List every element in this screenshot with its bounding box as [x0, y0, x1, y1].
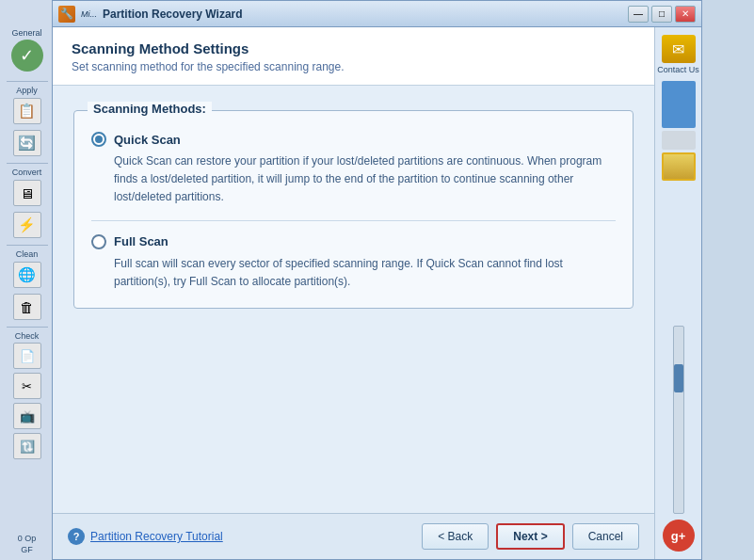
mail-button[interactable]: ✉	[662, 35, 696, 63]
sidebar-section-general: General ✓	[11, 28, 43, 72]
window-title: Partition Recovery Wizard	[103, 8, 628, 21]
quick-scan-label-row: Quick Scan	[91, 132, 616, 147]
sidebar-icon-globe[interactable]: 🌐	[13, 262, 41, 288]
sidebar-label-convert: Convert	[12, 168, 42, 177]
quick-scan-option: Quick Scan Quick Scan can restore your p…	[91, 132, 616, 207]
title-bar: 🔧 Mi... Partition Recovery Wizard — □ ✕	[53, 1, 701, 27]
quick-scan-description: Quick Scan can restore your partition if…	[114, 152, 616, 207]
divider-1	[7, 81, 48, 82]
sidebar-icon-monitor[interactable]: 📺	[13, 403, 41, 429]
option-divider	[91, 220, 616, 221]
sidebar-gf-label: GF	[21, 545, 33, 554]
footer-left: ? Partition Recovery Tutorial	[68, 528, 223, 545]
sidebar-label-apply: Apply	[16, 86, 38, 95]
dialog-header-subtitle: Set scanning method for the specified sc…	[72, 60, 635, 73]
sidebar-icon-sync[interactable]: 🔃	[13, 433, 41, 459]
scanning-methods-group: Scanning Methods: Quick Scan Quick Scan …	[73, 110, 634, 309]
sidebar-icon-screen[interactable]: 🖥	[13, 180, 41, 206]
help-icon[interactable]: ?	[68, 528, 85, 545]
sidebar-icon-lightning[interactable]: ⚡	[13, 212, 41, 238]
main-window: 🔧 Mi... Partition Recovery Wizard — □ ✕ …	[52, 0, 702, 560]
window-controls: — □ ✕	[628, 6, 696, 23]
next-button[interactable]: Next >	[496, 523, 564, 550]
left-sidebar: General ✓ Apply 📋 🔄 Convert 🖥 ⚡ Clean 🌐 …	[0, 0, 55, 560]
dialog-header-title: Scanning Method Settings	[72, 40, 635, 56]
help-link[interactable]: Partition Recovery Tutorial	[90, 530, 223, 543]
close-button[interactable]: ✕	[675, 6, 696, 23]
full-scan-radio[interactable]	[91, 234, 106, 249]
restore-button[interactable]: □	[651, 6, 672, 23]
window-icon: 🔧	[58, 6, 75, 23]
dialog-body: Scanning Methods: Quick Scan Quick Scan …	[53, 86, 654, 513]
quick-scan-label: Quick Scan	[114, 133, 181, 147]
sidebar-label-clean: Clean	[16, 249, 39, 259]
divider-2	[7, 163, 48, 164]
divider-3	[7, 245, 48, 246]
full-scan-label-row: Full Scan	[91, 234, 616, 249]
full-scan-description: Full scan will scan every sector of spec…	[114, 255, 616, 291]
rp-bar-gray	[662, 131, 696, 150]
dialog-footer: ? Partition Recovery Tutorial < Back Nex…	[53, 513, 654, 559]
right-panel: ✉ Contact Us g+	[654, 27, 701, 559]
sidebar-check-icon[interactable]: ✓	[11, 40, 43, 72]
divider-4	[7, 327, 48, 328]
app-prefix: Mi...	[81, 9, 97, 19]
full-scan-label: Full Scan	[114, 234, 168, 248]
group-legend: Scanning Methods:	[88, 102, 212, 116]
sidebar-icon-copy[interactable]: 📋	[13, 98, 41, 124]
minimize-button[interactable]: —	[628, 6, 649, 23]
dialog-container: Scanning Method Settings Set scanning me…	[53, 27, 654, 559]
social-google-button[interactable]: g+	[663, 520, 695, 552]
full-scan-option: Full Scan Full scan will scan every sect…	[91, 234, 616, 291]
rp-scrollbar[interactable]	[673, 326, 684, 514]
sidebar-icon-tool[interactable]: ✂	[13, 373, 41, 399]
sidebar-icon-doc[interactable]: 📄	[13, 343, 41, 369]
rp-bar-blue	[662, 81, 696, 128]
cancel-button[interactable]: Cancel	[572, 523, 639, 550]
sidebar-icon-delete[interactable]: 🗑	[13, 294, 41, 320]
footer-buttons: < Back Next > Cancel	[422, 523, 639, 550]
rp-scrollbar-thumb[interactable]	[674, 364, 683, 392]
rp-bar-gold	[662, 152, 696, 181]
content-area: Scanning Method Settings Set scanning me…	[53, 27, 701, 559]
sidebar-label-general: General	[11, 28, 43, 38]
sidebar-label-check: Check	[15, 331, 40, 341]
back-button[interactable]: < Back	[422, 523, 489, 550]
quick-scan-radio[interactable]	[91, 132, 106, 147]
contact-us-label: Contact Us	[657, 65, 699, 75]
dialog-header: Scanning Method Settings Set scanning me…	[53, 27, 654, 86]
sidebar-icon-refresh[interactable]: 🔄	[13, 130, 41, 156]
sidebar-op-count: 0 Op	[18, 534, 37, 543]
